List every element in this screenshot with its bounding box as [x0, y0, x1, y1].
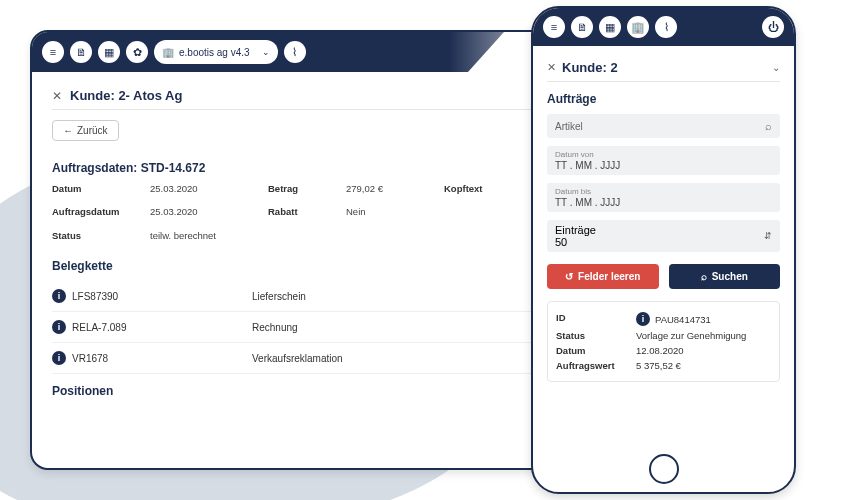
- menu-icon[interactable]: ≡: [42, 41, 64, 63]
- stepper-icon: ⇵: [764, 231, 772, 241]
- clear-label: Felder leeren: [578, 271, 640, 282]
- doc-id: VR1678: [72, 353, 108, 364]
- search-label: Suchen: [712, 271, 748, 282]
- result-datum-value: 12.08.2020: [636, 345, 771, 356]
- calendar-icon[interactable]: ▦: [599, 16, 621, 38]
- date-from-label: Datum von: [555, 150, 772, 159]
- positionen-title: Positionen: [52, 384, 568, 398]
- belegkette-title: Belegkette: [52, 259, 568, 273]
- close-icon[interactable]: ✕: [547, 61, 556, 74]
- phone-toolbar: ≡ 🗎 ▦ 🏢 ⌇ ⏻: [533, 8, 794, 46]
- order-data-grid: Datum 25.03.2020 Betrag 279,02 € Kopftex…: [52, 183, 568, 249]
- info-icon: i: [52, 289, 66, 303]
- calendar-icon[interactable]: ▦: [98, 41, 120, 63]
- button-row: ↺ Felder leeren ⌕ Suchen: [547, 264, 780, 289]
- result-id-label: ID: [556, 312, 636, 326]
- date-to-input[interactable]: Datum bis TT . MM . JJJJ: [547, 183, 780, 212]
- date-to-label: Datum bis: [555, 187, 772, 196]
- info-icon: i: [52, 351, 66, 365]
- list-item[interactable]: iRELA-7.089 Rechnung: [52, 312, 568, 343]
- search-icon: ⌕: [701, 271, 707, 282]
- list-item[interactable]: iLFS87390 Lieferschein: [52, 281, 568, 312]
- arrow-left-icon: ←: [63, 125, 73, 136]
- tablet-content: ✕ Kunde: 2- Atos Ag ← Zurück Auftragsdat…: [32, 72, 588, 416]
- date-from-input[interactable]: Datum von TT . MM . JJJJ: [547, 146, 780, 175]
- order-section-title: Auftragsdaten: STD-14.672: [52, 161, 568, 175]
- result-status-label: Status: [556, 330, 636, 341]
- file-icon[interactable]: 🗎: [70, 41, 92, 63]
- search-input[interactable]: Artikel ⌕: [547, 114, 780, 138]
- tablet-device: ≡ 🗎 ▦ ✿ 🏢 e.bootis ag v4.3 ⌄ ⌇ e.boo ✕ K…: [30, 30, 590, 470]
- version-label: e.bootis ag v4.3: [179, 47, 250, 58]
- window-title: Kunde: 2- Atos Ag: [70, 88, 182, 103]
- search-icon: ⌕: [765, 120, 772, 132]
- search-placeholder: Artikel: [555, 121, 583, 132]
- document-list: iLFS87390 Lieferschein iRELA-7.089 Rechn…: [52, 281, 568, 374]
- label-auftragsdatum: Auftragsdatum: [52, 206, 132, 225]
- result-wert-label: Auftragswert: [556, 360, 636, 371]
- gear-icon[interactable]: ✿: [126, 41, 148, 63]
- menu-icon[interactable]: ≡: [543, 16, 565, 38]
- entries-selector[interactable]: Einträge 50 ⇵: [547, 220, 780, 252]
- building-icon[interactable]: 🏢: [627, 16, 649, 38]
- value-betrag: 279,02 €: [346, 183, 426, 202]
- result-datum-label: Datum: [556, 345, 636, 356]
- undo-icon: ↺: [565, 271, 573, 282]
- phone-window-title: Kunde: 2: [562, 60, 618, 75]
- phone-content: ✕ Kunde: 2 ⌄ Aufträge Artikel ⌕ Datum vo…: [533, 46, 794, 390]
- date-to-value: TT . MM . JJJJ: [555, 197, 772, 208]
- building-icon: 🏢: [162, 47, 174, 58]
- label-betrag: Betrag: [268, 183, 328, 202]
- close-icon[interactable]: ✕: [52, 89, 62, 103]
- date-from-value: TT . MM . JJJJ: [555, 160, 772, 171]
- label-datum: Datum: [52, 183, 132, 202]
- tablet-toolbar: ≡ 🗎 ▦ ✿ 🏢 e.bootis ag v4.3 ⌄ ⌇ e.boo: [32, 32, 588, 72]
- phone-device: ≡ 🗎 ▦ 🏢 ⌇ ⏻ ✕ Kunde: 2 ⌄ Aufträge Artike…: [531, 6, 796, 494]
- back-button[interactable]: ← Zurück: [52, 120, 119, 141]
- label-kopftext: Kopftext: [444, 183, 514, 202]
- info-icon: i: [52, 320, 66, 334]
- window-title-bar: ✕ Kunde: 2- Atos Ag: [52, 82, 568, 110]
- entries-label: Einträge: [555, 224, 764, 236]
- result-id-value: PAU8414731: [655, 314, 711, 325]
- chevron-down-icon: ⌄: [262, 47, 270, 57]
- value-rabatt: Nein: [346, 206, 426, 225]
- home-button[interactable]: [649, 454, 679, 484]
- wifi-icon[interactable]: ⌇: [284, 41, 306, 63]
- phone-title-bar: ✕ Kunde: 2 ⌄: [547, 54, 780, 82]
- result-status-value: Vorlage zur Genehmigung: [636, 330, 771, 341]
- back-label: Zurück: [77, 125, 108, 136]
- auftraege-heading: Aufträge: [547, 92, 780, 106]
- clear-button[interactable]: ↺ Felder leeren: [547, 264, 659, 289]
- doc-type: Verkaufsreklamation: [252, 353, 568, 364]
- label-rabatt: Rabatt: [268, 206, 328, 225]
- power-icon[interactable]: ⏻: [762, 16, 784, 38]
- label-status: Status: [52, 230, 132, 249]
- doc-id: LFS87390: [72, 291, 118, 302]
- file-icon[interactable]: 🗎: [571, 16, 593, 38]
- chevron-down-icon[interactable]: ⌄: [772, 62, 780, 73]
- value-status: teilw. berechnet: [150, 230, 250, 249]
- list-item[interactable]: iVR1678 Verkaufsreklamation: [52, 343, 568, 374]
- doc-type: Rechnung: [252, 322, 568, 333]
- result-card: ID iPAU8414731 Status Vorlage zur Genehm…: [547, 301, 780, 382]
- wifi-icon[interactable]: ⌇: [655, 16, 677, 38]
- value-auftragsdatum: 25.03.2020: [150, 206, 250, 225]
- doc-type: Lieferschein: [252, 291, 568, 302]
- value-datum: 25.03.2020: [150, 183, 250, 202]
- version-selector[interactable]: 🏢 e.bootis ag v4.3 ⌄: [154, 40, 278, 64]
- info-icon[interactable]: i: [636, 312, 650, 326]
- search-button[interactable]: ⌕ Suchen: [669, 264, 781, 289]
- doc-id: RELA-7.089: [72, 322, 126, 333]
- entries-value: 50: [555, 236, 764, 248]
- result-wert-value: 5 375,52 €: [636, 360, 771, 371]
